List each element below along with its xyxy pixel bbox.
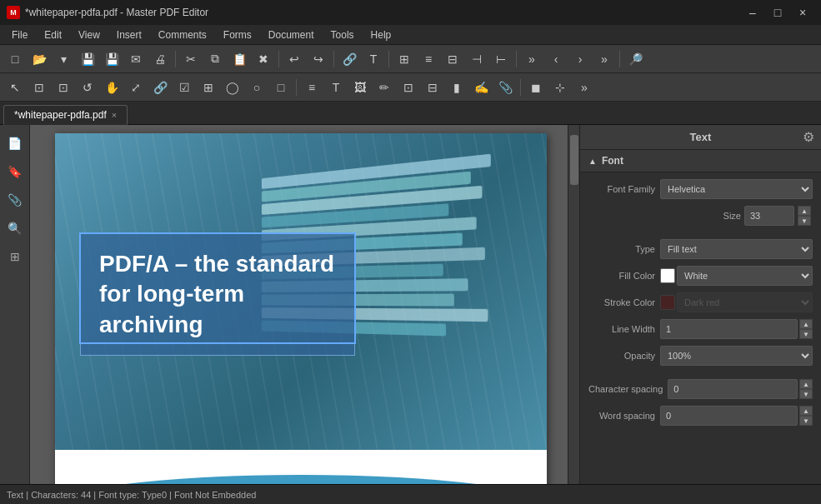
char-spacing-up-button[interactable]: ▲	[799, 379, 813, 389]
close-button[interactable]: ×	[791, 4, 814, 21]
size-input[interactable]	[744, 206, 794, 226]
toolbar1-btn-more1[interactable]: »	[520, 47, 543, 71]
maximize-button[interactable]: □	[766, 4, 789, 21]
toolbar2-btn-pan[interactable]: ✋	[100, 76, 123, 99]
fill-color-swatch[interactable]	[660, 268, 675, 283]
toolbar2-btn-redact[interactable]: ◼	[524, 76, 548, 99]
menu-item-file[interactable]: File	[3, 25, 36, 44]
tab-close-button[interactable]: ×	[112, 110, 117, 120]
toolbar2-btn-snap[interactable]: ⊡	[52, 76, 75, 99]
font-section-header[interactable]: ▲ Font	[580, 150, 821, 172]
stroke-color-row: Stroke Color Dark red	[588, 292, 813, 312]
toolbar2-btn-image[interactable]: 🖼	[348, 76, 372, 99]
sidebar-btn-attachments[interactable]: 📎	[3, 188, 27, 212]
toolbar2-btn-pointer[interactable]: ↖	[3, 76, 27, 99]
toolbar1-btn-more2[interactable]: »	[593, 47, 616, 71]
menu-item-insert[interactable]: Insert	[108, 25, 150, 44]
toolbar1-btn-save-as[interactable]: 💾	[100, 47, 123, 71]
type-select[interactable]: Fill text Stroke text Fill then stroke	[660, 239, 813, 259]
toolbar1-btn-rows[interactable]: ≡	[417, 47, 440, 71]
char-spacing-control: ▲ ▼	[668, 379, 813, 399]
word-spacing-input[interactable]	[660, 406, 798, 426]
opacity-select[interactable]: 100%	[660, 346, 813, 366]
toolbar1-btn-cols[interactable]: ⊞	[393, 47, 416, 71]
toolbar2-btn-circle[interactable]: ○	[245, 76, 268, 99]
toolbar1-btn-align-left[interactable]: ⊣	[465, 47, 488, 71]
font-section-arrow: ▲	[588, 157, 597, 166]
toolbar2-btn-radio[interactable]: ◯	[221, 76, 244, 99]
minimize-button[interactable]: –	[741, 4, 764, 21]
toolbar2-btn-measure[interactable]: ⊹	[548, 76, 572, 99]
menu-item-comments[interactable]: Comments	[150, 25, 215, 44]
toolbar1-btn-prev[interactable]: ‹	[544, 47, 568, 71]
toolbar2-btn-stamp[interactable]: ⊟	[421, 76, 444, 99]
toolbar2-btn-rect[interactable]: □	[269, 76, 293, 99]
tab-whitepaperpdfapdf[interactable]: *whitepaper-pdfa.pdf×	[3, 105, 128, 125]
panel-settings-button[interactable]: ⚙	[803, 129, 814, 145]
toolbar2-btn-form[interactable]: ☑	[173, 76, 196, 99]
toolbar2-btn-rotate[interactable]: ↺	[76, 76, 99, 99]
toolbar1-btn-cut[interactable]: ✂	[179, 47, 203, 71]
word-spacing-down-button[interactable]: ▼	[799, 416, 813, 426]
menu-item-forms[interactable]: Forms	[215, 25, 260, 44]
menu-item-edit[interactable]: Edit	[36, 25, 70, 44]
toolbar2-btn-highlight[interactable]: ▮	[445, 76, 468, 99]
toolbar2-btn-more[interactable]: »	[573, 76, 596, 99]
menu-item-document[interactable]: Document	[260, 25, 323, 44]
fill-color-select[interactable]: White	[677, 266, 813, 286]
toolbar2-btn-text-select[interactable]: ⊡	[28, 76, 51, 99]
toolbar1-btn-text[interactable]: T	[362, 47, 385, 71]
toolbar1-btn-search[interactable]: 🔎	[623, 47, 647, 71]
toolbar1-btn-delete[interactable]: ✖	[252, 47, 275, 71]
toolbar2-btn-align-text[interactable]: ≡	[300, 76, 323, 99]
toolbar2-btn-resize[interactable]: ⤢	[124, 76, 148, 99]
line-width-input[interactable]	[660, 319, 798, 339]
pdf-scrollbar[interactable]	[568, 125, 579, 484]
panel-scroll-area[interactable]: ▲ Font Font Family Helvetica Size	[580, 150, 821, 484]
line-width-down-button[interactable]: ▼	[799, 329, 813, 339]
menu-item-help[interactable]: Help	[363, 25, 400, 44]
toolbar2-btn-draw[interactable]: ✏	[373, 76, 396, 99]
fill-color-control: White	[660, 266, 813, 286]
menu-item-tools[interactable]: Tools	[323, 25, 363, 44]
toolbar1-btn-paste[interactable]: 📋	[228, 47, 251, 71]
toolbar1-btn-open[interactable]: 📂	[28, 47, 51, 71]
toolbar2-btn-attach[interactable]: 📎	[493, 76, 517, 99]
divider1	[588, 232, 813, 239]
toolbar1-btn-align-right[interactable]: ⊢	[489, 47, 513, 71]
main-area: 📄🔖📎🔍⊞	[0, 125, 821, 484]
size-down-button[interactable]: ▼	[798, 216, 811, 226]
line-width-label: Line Width	[588, 324, 655, 334]
toolbar1-btn-next[interactable]: ›	[568, 47, 592, 71]
toolbar1-btn-undo[interactable]: ↩	[283, 47, 306, 71]
toolbar1-btn-save[interactable]: 💾	[76, 47, 99, 71]
sidebar-btn-bookmarks[interactable]: 🔖	[3, 160, 27, 183]
size-up-button[interactable]: ▲	[798, 206, 811, 216]
toolbar2-btn-crop[interactable]: ⊡	[397, 76, 420, 99]
toolbar1-btn-copy-page[interactable]: ⧉	[203, 47, 227, 71]
char-spacing-down-button[interactable]: ▼	[799, 389, 813, 399]
toolbar1-btn-link[interactable]: 🔗	[338, 47, 361, 71]
toolbar2-btn-link2[interactable]: 🔗	[148, 76, 172, 99]
blue-curve	[55, 475, 547, 484]
toolbar2-btn-text-field[interactable]: ⊞	[197, 76, 220, 99]
word-spacing-up-button[interactable]: ▲	[799, 406, 813, 416]
toolbar1-btn-open-dd[interactable]: ▾	[52, 47, 75, 71]
fill-color-row: Fill Color White	[588, 266, 813, 286]
toolbar1-btn-redo[interactable]: ↪	[307, 47, 330, 71]
toolbar2-btn-text-box[interactable]: T	[324, 76, 348, 99]
toolbar1-btn-table[interactable]: ⊟	[441, 47, 464, 71]
toolbar2-btn-sign[interactable]: ✍	[469, 76, 493, 99]
word-spacing-spinner: ▲ ▼	[799, 406, 813, 426]
font-family-select[interactable]: Helvetica	[660, 179, 813, 199]
toolbar1-btn-print[interactable]: 🖨	[148, 47, 172, 71]
sidebar-btn-search-sidebar[interactable]: 🔍	[3, 217, 27, 240]
toolbar1-btn-new[interactable]: □	[3, 47, 27, 71]
sidebar-btn-fields[interactable]: ⊞	[3, 245, 27, 268]
menu-item-view[interactable]: View	[70, 25, 108, 44]
scroll-thumb[interactable]	[570, 135, 578, 185]
line-width-up-button[interactable]: ▲	[799, 319, 813, 329]
sidebar-btn-pages[interactable]: 📄	[3, 132, 27, 155]
toolbar1-btn-send[interactable]: ✉	[124, 47, 148, 71]
char-spacing-input[interactable]	[668, 379, 798, 399]
